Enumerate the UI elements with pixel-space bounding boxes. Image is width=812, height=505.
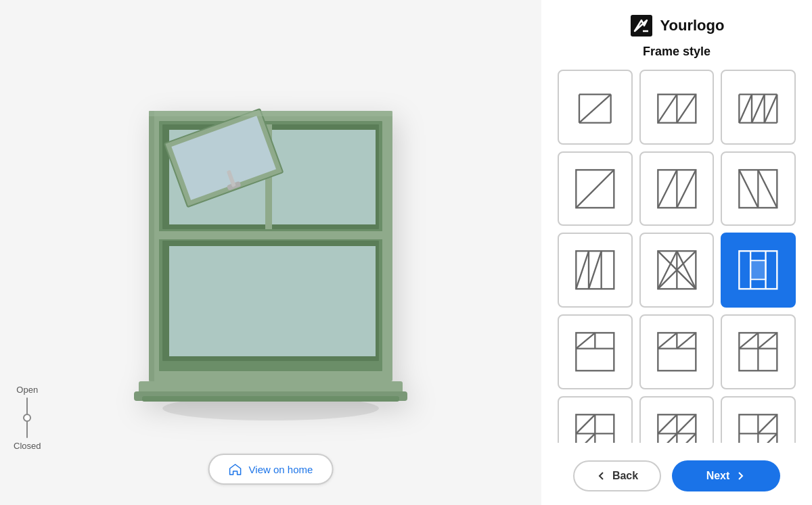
toggle-thumb <box>23 414 31 422</box>
svg-rect-6 <box>159 231 382 239</box>
back-button[interactable]: Back <box>573 460 661 491</box>
svg-line-44 <box>658 170 677 208</box>
svg-rect-8 <box>169 246 376 356</box>
svg-line-68 <box>576 333 595 348</box>
window-3d-illustration <box>108 84 433 422</box>
back-label: Back <box>612 470 638 482</box>
svg-line-94 <box>759 414 777 433</box>
bottom-buttons: Back Next <box>558 454 796 491</box>
svg-line-37 <box>740 95 752 123</box>
left-panel: Open Closed View on home <box>0 0 541 505</box>
right-panel: Yourlogo Frame style <box>541 0 812 505</box>
view-on-home-label: View on home <box>249 464 313 475</box>
next-arrow-icon <box>735 471 746 481</box>
svg-line-30 <box>677 95 696 123</box>
svg-line-72 <box>658 333 677 348</box>
svg-line-53 <box>576 251 589 289</box>
svg-line-26 <box>579 95 611 123</box>
frame-option-2[interactable] <box>639 70 715 145</box>
svg-line-39 <box>765 95 777 123</box>
open-label: Open <box>16 385 38 395</box>
logo-area: Yourlogo <box>558 14 796 38</box>
frame-option-6[interactable] <box>721 151 796 226</box>
frame-option-8[interactable] <box>639 233 715 308</box>
svg-line-29 <box>658 95 677 123</box>
frame-option-15[interactable] <box>721 396 796 443</box>
next-button[interactable]: Next <box>672 460 780 491</box>
frame-option-3[interactable] <box>721 70 796 145</box>
svg-line-58 <box>677 251 696 289</box>
svg-rect-16 <box>142 396 399 402</box>
toggle-track <box>26 398 28 438</box>
frame-option-14[interactable] <box>639 396 715 443</box>
frame-option-9[interactable] <box>721 233 796 308</box>
svg-line-95 <box>759 433 777 443</box>
svg-line-54 <box>589 251 602 289</box>
svg-line-77 <box>740 333 759 348</box>
svg-line-41 <box>576 170 614 208</box>
frame-option-11[interactable] <box>639 314 715 389</box>
frame-option-7[interactable] <box>558 233 633 308</box>
svg-line-78 <box>759 333 777 348</box>
home-icon <box>229 463 242 475</box>
svg-line-49 <box>759 170 777 208</box>
open-closed-control[interactable]: Open Closed <box>14 385 41 451</box>
svg-rect-5 <box>271 130 376 224</box>
frame-style-grid <box>558 70 796 443</box>
back-arrow-icon <box>596 471 607 481</box>
frame-style-title: Frame style <box>558 45 796 59</box>
svg-rect-17 <box>149 111 154 381</box>
svg-line-90 <box>677 433 696 443</box>
frame-option-5[interactable] <box>639 151 715 226</box>
svg-line-48 <box>740 170 759 208</box>
svg-line-57 <box>658 251 677 289</box>
svg-line-45 <box>677 170 696 208</box>
logo-text: Yourlogo <box>660 17 725 34</box>
svg-line-73 <box>677 333 696 348</box>
frame-option-12[interactable] <box>721 314 796 389</box>
frame-option-10[interactable] <box>558 314 633 389</box>
frame-option-13[interactable] <box>558 396 633 443</box>
svg-line-38 <box>752 95 765 123</box>
logo-icon <box>629 14 654 38</box>
view-on-home-button[interactable]: View on home <box>208 454 334 485</box>
svg-line-82 <box>576 414 595 433</box>
svg-rect-18 <box>149 111 392 116</box>
svg-line-87 <box>658 414 677 433</box>
window-preview <box>68 50 474 456</box>
svg-line-88 <box>677 414 696 433</box>
frame-option-4[interactable] <box>558 151 633 226</box>
next-label: Next <box>706 470 730 482</box>
svg-line-89 <box>658 433 677 443</box>
closed-label: Closed <box>14 441 41 451</box>
frame-option-1[interactable] <box>558 70 633 145</box>
svg-rect-64 <box>750 261 765 280</box>
svg-line-83 <box>576 433 595 443</box>
